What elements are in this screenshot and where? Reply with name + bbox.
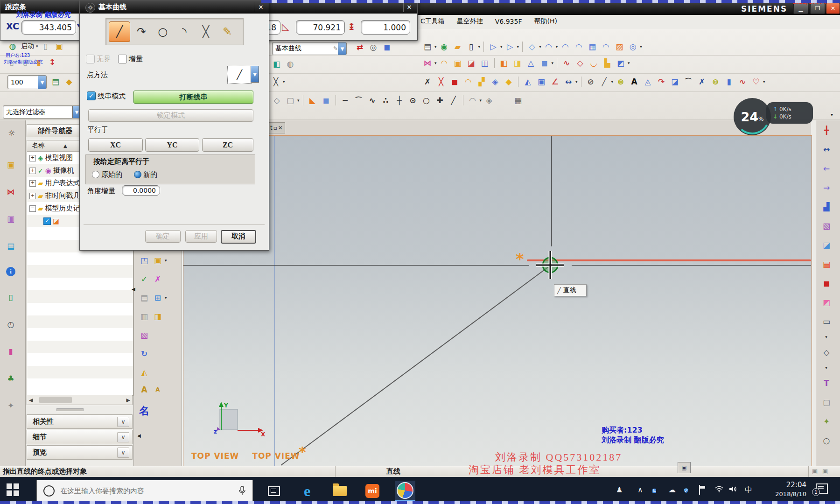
toolbar-icon[interactable]: ⌒: [682, 76, 694, 88]
offset-input[interactable]: 1.000: [361, 20, 410, 35]
toolbar-icon[interactable]: ◨: [152, 310, 164, 322]
toolbar-icon[interactable]: ▤: [820, 258, 833, 270]
chevron-down-icon[interactable]: ▾: [628, 61, 630, 65]
chevron-down-icon[interactable]: ▾: [500, 44, 503, 49]
toolbar-icon[interactable]: ◍: [284, 58, 296, 70]
rectangle-icon[interactable]: ▭: [820, 315, 833, 328]
toolbar-icon[interactable]: ◪: [669, 76, 681, 88]
toolbar-icon[interactable]: ◪: [820, 239, 833, 251]
collapse-left-icon[interactable]: ◀: [132, 287, 135, 292]
gear-icon[interactable]: ☼: [85, 3, 95, 13]
part-navigator-title[interactable]: 部件导航器: [27, 124, 84, 137]
toolbar-icon[interactable]: △: [525, 57, 537, 69]
task-view-button[interactable]: [264, 481, 284, 501]
chevron-down-icon[interactable]: ▾: [478, 44, 481, 49]
chevron-down-icon[interactable]: ∨: [117, 448, 129, 458]
toolbar-label[interactable]: 启动: [20, 42, 35, 50]
toolbar-icon[interactable]: ◭: [522, 76, 534, 88]
toolbar-icon[interactable]: ◇: [271, 94, 283, 106]
onedrive-icon[interactable]: ☁: [668, 485, 676, 494]
original-radio[interactable]: [92, 171, 99, 178]
status-icon[interactable]: ▣: [822, 468, 828, 475]
ok-button[interactable]: 确定: [145, 230, 181, 243]
lamp-icon[interactable]: ✦: [820, 415, 833, 427]
angle-input[interactable]: 70.921: [296, 20, 345, 35]
toolbar-icon[interactable]: ◡: [588, 57, 600, 69]
toolbar-icon[interactable]: ◇: [526, 41, 538, 53]
toolbar-icon[interactable]: ◬: [642, 76, 654, 88]
microphone-icon[interactable]: [238, 485, 246, 497]
toolbar-icon[interactable]: ⊘: [585, 76, 597, 88]
chevron-down-icon[interactable]: ▾: [763, 79, 765, 84]
toolbar-icon[interactable]: ▤: [138, 292, 150, 304]
people-icon[interactable]: ♟: [616, 485, 623, 494]
notification-icon[interactable]: 1: [816, 483, 828, 494]
horizontal-scrollbar[interactable]: ◀ ▶: [27, 395, 133, 405]
polygon-icon[interactable]: ◇: [820, 346, 833, 358]
check-icon[interactable]: ✓: [138, 273, 150, 285]
toolbar-icon[interactable]: ◈: [483, 94, 495, 106]
toolbar-icon[interactable]: ✗: [421, 76, 434, 88]
info-icon[interactable]: i: [6, 267, 15, 276]
toolbar-icon[interactable]: ✚: [434, 94, 446, 106]
launch-icon[interactable]: ◍: [7, 40, 19, 52]
toolbar-icon[interactable]: ∿: [736, 76, 749, 88]
toolbar-icon[interactable]: ◣: [307, 94, 319, 106]
toolbar-icon[interactable]: ⊙: [407, 94, 419, 106]
lock-mode-button[interactable]: 锁定模式: [88, 109, 253, 122]
toolbar-icon[interactable]: ▷: [504, 41, 516, 53]
part-tab[interactable]: t ▫ ✕: [268, 122, 285, 133]
toolbar-icon[interactable]: ▤: [49, 76, 62, 88]
menu-item[interactable]: 星空外挂: [457, 17, 483, 26]
security-shield-icon[interactable]: ✓: [684, 485, 688, 494]
toolbar-icon[interactable]: ○: [820, 434, 833, 447]
toolbar-icon[interactable]: ◠: [543, 41, 555, 53]
start-button[interactable]: [7, 483, 20, 497]
increment-checkbox[interactable]: [118, 55, 127, 63]
toolbar-icon[interactable]: ◆: [63, 76, 75, 88]
toolbar-icon[interactable]: ▮: [5, 345, 17, 357]
chevron-down-icon[interactable]: ▾: [640, 44, 642, 49]
history-icon[interactable]: ◷: [5, 318, 17, 330]
toolbar-icon[interactable]: ◧: [498, 57, 510, 69]
toolbar-icon[interactable]: ▢: [820, 396, 833, 408]
section-1[interactable]: 细节∨: [27, 430, 133, 444]
scroll-left-icon[interactable]: ◀: [29, 397, 33, 403]
scroll-right-icon[interactable]: ▶: [126, 397, 130, 403]
nx-app-icon[interactable]: [395, 481, 415, 501]
strip-dropdown-icon[interactable]: ▾: [831, 112, 833, 117]
toolbar-icon[interactable]: ┼: [393, 94, 406, 106]
toolbar-icon[interactable]: ⋈: [421, 57, 434, 69]
tab-restore-icon[interactable]: ▫: [273, 125, 277, 131]
toolbar-icon[interactable]: ◠: [573, 41, 585, 53]
panel-splitter[interactable]: [27, 406, 133, 413]
toolbar-icon[interactable]: ◠: [600, 41, 612, 53]
toolbar-icon[interactable]: ▣: [152, 254, 164, 266]
toolbar-icon[interactable]: ◧: [271, 58, 283, 70]
toolbar-icon[interactable]: ▯: [465, 41, 477, 53]
toolbar-icon[interactable]: ╳: [270, 76, 282, 88]
expand-icon[interactable]: +: [29, 193, 36, 199]
refresh-icon[interactable]: ↻: [138, 348, 150, 360]
toolbar-icon[interactable]: ○: [420, 94, 433, 106]
toolbar-icon[interactable]: ▨: [613, 41, 625, 53]
tools-icon[interactable]: ✦: [5, 399, 17, 412]
measure-distance-icon[interactable]: ↔: [562, 76, 574, 88]
apply-button[interactable]: 应用: [185, 230, 217, 243]
toolbar-icon[interactable]: ◩: [820, 296, 833, 308]
mi-app-icon[interactable]: mi: [362, 481, 383, 501]
xc-input[interactable]: 343.405: [21, 20, 76, 35]
toolbar-icon[interactable]: ✗: [152, 273, 164, 285]
toolbar-icon[interactable]: ◆: [503, 76, 515, 88]
popup-window-icon[interactable]: ▣: [678, 462, 691, 473]
sort-ascending-icon[interactable]: ▲: [63, 143, 67, 148]
forward-icon[interactable]: →: [820, 182, 833, 194]
text-icon[interactable]: A: [628, 76, 640, 88]
axis-button-zc[interactable]: ZC: [202, 138, 253, 152]
tab-close-icon[interactable]: ✕: [278, 125, 283, 131]
toolbar-icon[interactable]: ◈: [489, 76, 501, 88]
toolbar-icon[interactable]: ▙: [601, 57, 613, 69]
toolbar-icon[interactable]: ⇄: [354, 41, 366, 53]
section-2[interactable]: 预览∨: [27, 445, 133, 460]
gear-icon[interactable]: ☼: [6, 127, 18, 139]
